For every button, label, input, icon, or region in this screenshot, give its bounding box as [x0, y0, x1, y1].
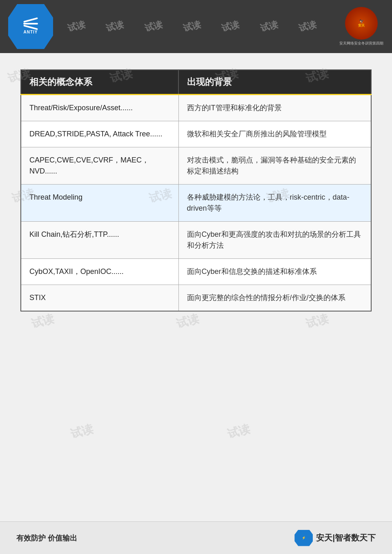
col2-header: 出现的背景 — [178, 70, 371, 95]
footer-logo-texts: 安天|智者数天下 — [316, 532, 376, 543]
watermark-2: 试读 — [105, 18, 125, 35]
emblem-sub-text: 安天网络安全冬训营第四期 — [339, 41, 383, 46]
table-row: CAPEC,CWE,CVE,CVRF，MAEC，NVD......对攻击模式，脆… — [21, 147, 371, 185]
table-row: DREAD,STRIDE,PASTA, Attack Tree......微软和… — [21, 121, 371, 147]
table-cell-concept: Kill Chain,钻石分析,TTP...... — [21, 222, 178, 259]
table-cell-concept: Threat Modeling — [21, 185, 178, 222]
table-cell-background: 对攻击模式，脆弱点，漏洞等各种基础的安全元素的标定和描述结构 — [178, 147, 371, 185]
emblem-container: 🦅 安天 安天网络安全冬训营第四期 — [337, 4, 386, 49]
table-cell-background: 面向更完整的综合性的情报分析/作业/交换的体系 — [178, 285, 371, 311]
footer: 有效防护 价值输出 ⚡ 安天|智者数天下 — [0, 521, 392, 554]
table-cell-background: 微软和相关安全厂商所推出的风险管理模型 — [178, 121, 371, 147]
table-cell-concept: CybOX,TAXII，OpenIOC...... — [21, 259, 178, 285]
table-row: Threat/Risk/Exposure/Asset......西方的IT管理和… — [21, 95, 371, 121]
table-row: Kill Chain,钻石分析,TTP......面向Cyber和更高强度的攻击… — [21, 222, 371, 259]
watermark-3: 试读 — [143, 18, 164, 35]
footer-tagline: 有效防护 价值输出 — [16, 533, 77, 543]
main-content: 相关的概念体系 出现的背景 Threat/Risk/Exposure/Asset… — [0, 53, 392, 324]
table-cell-background: 各种威胁建模的方法论，工具，risk-centric，data-driven等等 — [178, 185, 371, 222]
footer-logo-area: ⚡ 安天|智者数天下 — [294, 530, 376, 546]
table-cell-background: 面向Cyber和信息交换的描述和标准体系 — [178, 259, 371, 285]
table-cell-concept: Threat/Risk/Exposure/Asset...... — [21, 95, 178, 121]
logo-icon — [23, 19, 38, 28]
table-cell-background: 面向Cyber和更高强度的攻击和对抗的场景的分析工具和分析方法 — [178, 222, 371, 259]
table-header-row: 相关的概念体系 出现的背景 — [21, 70, 371, 95]
concept-table: 相关的概念体系 出现的背景 Threat/Risk/Exposure/Asset… — [20, 69, 372, 311]
watermark-4: 试读 — [182, 18, 202, 35]
table-row: CybOX,TAXII，OpenIOC......面向Cyber和信息交换的描述… — [21, 259, 371, 285]
footer-logo-abbr: ⚡ — [302, 536, 306, 540]
table-row: Threat Modeling各种威胁建模的方法论，工具，risk-centri… — [21, 185, 371, 222]
watermark-5: 试读 — [220, 18, 241, 35]
body-wm-11: 试读 — [69, 421, 95, 442]
table-cell-concept: DREAD,STRIDE,PASTA, Attack Tree...... — [21, 121, 178, 147]
emblem-inner-text: 🦅 安天 — [358, 19, 365, 28]
logo: ANTIY — [8, 4, 53, 49]
body-wm-12: 试读 — [226, 421, 252, 442]
header: ANTIY 试读 试读 试读 试读 试读 试读 试读 🦅 安天 安天网络安全冬训… — [0, 0, 392, 53]
watermark-6: 试读 — [258, 18, 279, 35]
emblem-circle: 🦅 安天 — [345, 7, 378, 40]
table-cell-concept: CAPEC,CWE,CVE,CVRF，MAEC，NVD...... — [21, 147, 178, 185]
table-cell-concept: STIX — [21, 285, 178, 311]
col1-header: 相关的概念体系 — [21, 70, 178, 95]
watermark-7: 试读 — [297, 18, 318, 35]
footer-logo: ⚡ 安天|智者数天下 — [294, 530, 376, 546]
header-right-emblem: 🦅 安天 安天网络安全冬训营第四期 — [331, 0, 392, 53]
footer-logo-icon: ⚡ — [294, 530, 313, 546]
watermark-1: 试读 — [66, 18, 87, 35]
table-cell-background: 西方的IT管理和标准化的背景 — [178, 95, 371, 121]
logo-text: ANTIY — [24, 30, 38, 34]
table-row: STIX面向更完整的综合性的情报分析/作业/交换的体系 — [21, 285, 371, 311]
footer-logo-name: 安天|智者数天下 — [316, 532, 376, 543]
